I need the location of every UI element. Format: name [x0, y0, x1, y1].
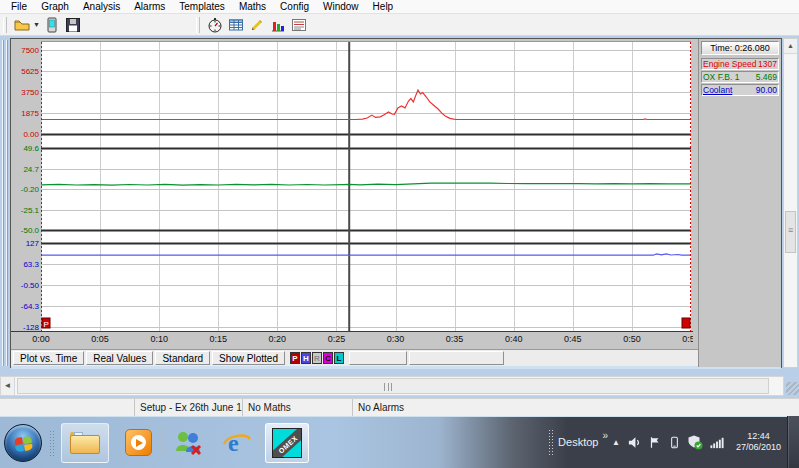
x-tick-label: 0:05 [83, 334, 117, 344]
x-axis-labels: 0:000:050:100:150:200:250:300:350:400:45… [11, 331, 693, 346]
menu-item-config[interactable]: Config [273, 0, 316, 13]
menu-item-window[interactable]: Window [316, 0, 366, 13]
action-center-flag-icon[interactable] [648, 435, 662, 450]
volume-icon[interactable] [627, 435, 642, 450]
taskbar-explorer-button[interactable] [61, 423, 109, 463]
omex-app-icon: OMEX [272, 428, 302, 458]
taskbar-grip[interactable] [49, 430, 55, 456]
svg-text:e: e [228, 430, 239, 456]
legend-channel-value: 90.00 [756, 85, 777, 95]
messenger-icon [173, 429, 203, 457]
data-table-button[interactable] [225, 15, 246, 34]
desktop-toolbar[interactable]: Desktop » [558, 436, 608, 448]
x-tick-label: 0:45 [556, 334, 590, 344]
legend-channel-value: 1307 [758, 59, 777, 69]
taskbar-messenger-button[interactable] [167, 423, 209, 463]
toolbar-grip[interactable] [3, 17, 7, 33]
plot-flags[interactable]: PHRCL [287, 352, 347, 364]
legend-channel-name: Coolant [703, 85, 756, 95]
clock-time: 12:44 [736, 431, 781, 442]
x-tick-label: 0:10 [142, 334, 176, 344]
window-bottom-strip [11, 366, 781, 369]
toolbar-grip-2[interactable] [196, 17, 200, 33]
scroll-up-icon[interactable]: ▲ [784, 39, 797, 54]
statusbar-section-2: No Maths [243, 399, 353, 416]
legend-channel-name: OX F.B. 1 [703, 72, 756, 82]
menu-item-templates[interactable]: Templates [172, 0, 232, 13]
windows-logo-icon [14, 435, 33, 451]
menu-item-analysis[interactable]: Analysis [76, 0, 127, 13]
status-empty-box-2 [409, 351, 504, 365]
y-tick-label: 24.7 [11, 165, 39, 174]
channel-legend: Engine Speed1307OX F.B. 15.469Coolant90.… [701, 58, 779, 96]
statusbar-section-3: No Alarms [353, 399, 799, 416]
plot-area[interactable]: P [41, 41, 691, 331]
show-hidden-icons-button[interactable]: ▲ [612, 438, 620, 447]
menu-item-alarms[interactable]: Alarms [127, 0, 172, 13]
toolbar-overflow-chevron[interactable]: » [602, 430, 608, 441]
tray-clock[interactable]: 12:44 27/06/2010 [736, 431, 781, 453]
status-box-show-plotted: Show Plotted [212, 351, 285, 365]
desktop-toolbar-grip[interactable] [548, 429, 554, 455]
save-floppy-icon [65, 17, 81, 33]
plot-flag-l[interactable]: L [334, 352, 344, 364]
plot-flag-p[interactable]: P [290, 352, 300, 364]
status-box-plot-vs-time: Plot vs. Time [13, 351, 84, 365]
status-box-standard: Standard [155, 351, 210, 365]
mdi-client-area: 75005625375018750.0049.624.7-0.20-25.1-5… [0, 36, 799, 398]
y-tick-label: 1875 [11, 109, 39, 118]
vertical-scroll-thumb[interactable] [785, 211, 796, 253]
horizontal-scrollbar[interactable]: ◄ [0, 376, 784, 396]
y-tick-label: -64.3 [11, 302, 39, 311]
logger-device-button[interactable] [41, 15, 62, 34]
resize-grip[interactable] [786, 382, 799, 395]
taskbar-separator-3 [213, 428, 214, 458]
save-button[interactable] [62, 15, 83, 34]
y-tick-label: 7500 [11, 46, 39, 55]
status-empty-box [349, 351, 407, 365]
open-file-button[interactable] [11, 15, 32, 34]
x-tick-label: 0:50 [615, 334, 649, 344]
annotate-button[interactable] [246, 15, 267, 34]
x-tick-label: 0:25 [319, 334, 353, 344]
x-tick-label: 0:55 [674, 334, 693, 344]
plot-flag-r[interactable]: R [312, 352, 322, 364]
taskbar-media-player-button[interactable] [118, 423, 158, 463]
plot-flag-h[interactable]: H [301, 352, 311, 364]
legend-row-ox-f-b-1[interactable]: OX F.B. 15.469 [701, 71, 779, 83]
y-tick-label: -25.1 [11, 206, 39, 215]
menu-item-help[interactable]: Help [366, 0, 401, 13]
chart-canvas: P [41, 42, 691, 332]
show-desktop-button[interactable] [787, 416, 799, 468]
bar-chart-button[interactable] [267, 15, 288, 34]
y-tick-label: 0.00 [11, 130, 39, 139]
security-shield-icon[interactable] [687, 434, 703, 450]
menu-item-graph[interactable]: Graph [34, 0, 76, 13]
menu-item-file[interactable]: File [4, 0, 34, 13]
legend-row-engine-speed[interactable]: Engine Speed1307 [701, 58, 779, 70]
device-icon[interactable] [668, 435, 681, 450]
taskbar-ie-button[interactable]: e [218, 423, 256, 463]
internet-explorer-icon: e [222, 428, 252, 458]
network-signal-icon[interactable] [709, 435, 725, 450]
y-tick-label: 3750 [11, 88, 39, 97]
x-tick-label: 0:40 [497, 334, 531, 344]
desktop-screen: FileGraphAnalysisAlarmsTemplatesMathsCon… [0, 0, 799, 468]
window-left-grip[interactable] [0, 38, 10, 368]
start-button[interactable] [4, 424, 42, 462]
horizontal-scroll-thumb[interactable] [17, 378, 769, 394]
legend-row-coolant[interactable]: Coolant90.00 [701, 84, 779, 96]
stopwatch-button[interactable] [204, 15, 225, 34]
plot-flag-c[interactable]: C [323, 352, 333, 364]
taskbar-omex-button[interactable]: OMEX [265, 423, 309, 463]
scroll-left-icon[interactable]: ◄ [1, 377, 15, 395]
x-tick-label: 0:30 [379, 334, 413, 344]
open-dropdown-caret[interactable]: ▼ [32, 21, 41, 28]
values-panel: Time: 0:26.080 Engine Speed1307OX F.B. 1… [698, 39, 781, 367]
properties-button[interactable] [288, 15, 309, 34]
media-player-icon [125, 429, 152, 456]
vertical-scrollbar[interactable]: ▲ [783, 38, 798, 368]
statusbar-section-0 [0, 399, 135, 416]
pencil-icon [249, 17, 265, 33]
menu-item-maths[interactable]: Maths [232, 0, 273, 13]
